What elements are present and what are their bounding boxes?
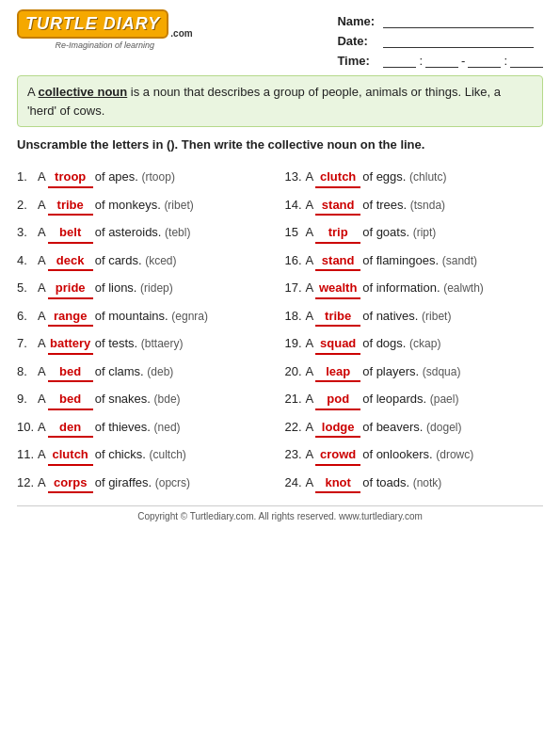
- item-prefix: A: [38, 279, 46, 297]
- list-item: 15A trip of goats. (ript): [285, 218, 544, 247]
- date-label: Date:: [337, 34, 379, 48]
- item-number: 10.: [17, 418, 38, 437]
- answer-field[interactable]: den: [48, 418, 93, 439]
- answer-field[interactable]: knot: [315, 473, 360, 494]
- item-rest: of onlookers. (drowc): [362, 445, 473, 464]
- list-item: 18.A tribe of natives. (ribet): [285, 302, 544, 330]
- item-rest: of monkeys. (ribet): [95, 196, 194, 215]
- item-number: 22.: [285, 418, 306, 437]
- list-item: 5.A pride of lions. (ridep): [17, 274, 276, 302]
- item-prefix: A: [38, 307, 46, 326]
- item-text: A deck of cards. (kced): [38, 251, 176, 272]
- answer-field[interactable]: tribe: [315, 307, 360, 328]
- answer-field[interactable]: pride: [48, 279, 93, 299]
- list-item: 1.A troop of apes. (rtoop): [17, 163, 276, 191]
- answer-field[interactable]: stand: [315, 196, 360, 216]
- scramble-text: (egnra): [171, 310, 208, 323]
- form-fields: Name: Date: Time: : - :: [337, 13, 543, 68]
- answer-field[interactable]: battery: [48, 334, 93, 355]
- logo-area: TURTLE DIARY .com Re-Imagination of lear…: [17, 9, 193, 50]
- scramble-text: (ned): [154, 421, 181, 434]
- item-prefix: A: [306, 362, 314, 381]
- list-item: 23.A crowd of onlookers. (drowc): [285, 441, 544, 469]
- answer-field[interactable]: tribe: [48, 196, 93, 216]
- item-text: A belt of asteroids. (tebl): [38, 223, 190, 244]
- answer-field[interactable]: belt: [48, 223, 93, 244]
- answer-field[interactable]: stand: [315, 251, 360, 272]
- item-rest: of players. (sdqua): [362, 362, 460, 381]
- list-item: 21.A pod of leopards. (pael): [285, 385, 544, 413]
- item-text: A leap of players. (sdqua): [306, 362, 461, 383]
- item-rest: of lions. (ridep): [95, 279, 173, 297]
- item-rest: of flamingoes. (sandt): [362, 251, 477, 270]
- name-line[interactable]: [383, 13, 534, 28]
- answer-field[interactable]: clutch: [48, 445, 93, 466]
- answer-field[interactable]: lodge: [315, 418, 360, 439]
- item-text: A bed of clams. (deb): [38, 362, 173, 383]
- item-number: 3.: [17, 223, 38, 242]
- item-number: 13.: [285, 168, 306, 186]
- answer-field[interactable]: bed: [48, 390, 93, 410]
- answer-field[interactable]: pod: [315, 390, 360, 410]
- answer-field[interactable]: range: [48, 307, 93, 328]
- item-prefix: A: [306, 307, 314, 326]
- item-text: A corps of giraffes. (opcrs): [38, 473, 190, 494]
- item-prefix: A: [38, 473, 46, 492]
- item-text: A clutch of chicks. (cultch): [38, 445, 186, 466]
- answer-field[interactable]: trip: [315, 223, 360, 244]
- scramble-text: (rtoop): [142, 170, 175, 184]
- answer-field[interactable]: wealth: [315, 279, 360, 299]
- item-prefix: A: [306, 279, 314, 297]
- item-number: 2.: [17, 196, 38, 215]
- time-m2[interactable]: [510, 53, 543, 68]
- scramble-text: (cultch): [149, 448, 185, 461]
- list-item: 10.A den of thieves. (ned): [17, 413, 276, 441]
- worksheet-grid: 1.A troop of apes. (rtoop)2.A tribe of m…: [17, 163, 543, 496]
- date-line[interactable]: [383, 33, 534, 48]
- item-text: A stand of flamingoes. (sandt): [306, 251, 478, 272]
- header: TURTLE DIARY .com Re-Imagination of lear…: [17, 9, 543, 68]
- item-text: A range of mountains. (egnra): [38, 307, 208, 328]
- instructions: Unscramble the letters in (). Then write…: [17, 136, 543, 153]
- answer-field[interactable]: deck: [48, 251, 93, 272]
- item-rest: of dogs. (ckap): [362, 334, 440, 353]
- answer-field[interactable]: troop: [48, 168, 93, 188]
- item-number: 12.: [17, 473, 38, 492]
- item-rest: of eggs. (chlutc): [362, 168, 446, 186]
- item-number: 7.: [17, 334, 38, 353]
- item-rest: of trees. (tsnda): [362, 196, 445, 215]
- item-prefix: A: [38, 334, 46, 353]
- item-rest: of giraffes. (opcrs): [95, 473, 190, 492]
- item-prefix: A: [306, 251, 314, 270]
- item-rest: of beavers. (dogel): [362, 418, 461, 437]
- item-rest: of tests. (bttaery): [95, 334, 184, 353]
- answer-field[interactable]: clutch: [315, 168, 360, 188]
- footer: Copyright © Turtlediary.com. All rights …: [17, 505, 543, 521]
- scramble-text: (deb): [147, 365, 173, 378]
- scramble-text: (opcrs): [155, 476, 190, 489]
- answer-field[interactable]: corps: [48, 473, 93, 494]
- scramble-text: (tebl): [165, 226, 190, 239]
- definition-box: A collective noun is a noun that describ…: [17, 75, 543, 127]
- time-row: Time: : - :: [337, 53, 543, 68]
- item-text: A pod of leopards. (pael): [306, 390, 459, 410]
- answer-field[interactable]: crowd: [315, 445, 360, 466]
- logo-box: TURTLE DIARY: [17, 9, 168, 39]
- answer-field[interactable]: leap: [315, 362, 360, 383]
- answer-field[interactable]: bed: [48, 362, 93, 383]
- time-h2[interactable]: [468, 53, 501, 68]
- list-item: 4.A deck of cards. (kced): [17, 247, 276, 275]
- list-item: 13.A clutch of eggs. (chlutc): [285, 163, 544, 191]
- time-h1[interactable]: [383, 53, 416, 68]
- list-item: 14.A stand of trees. (tsnda): [285, 191, 544, 219]
- item-rest: of snakes. (bde): [95, 390, 181, 409]
- time-m1[interactable]: [425, 53, 458, 68]
- answer-field[interactable]: squad: [315, 334, 360, 355]
- item-prefix: A: [306, 223, 314, 242]
- time-fields: : - :: [383, 53, 543, 68]
- item-number: 17.: [285, 279, 306, 297]
- list-item: 12.A corps of giraffes. (opcrs): [17, 469, 276, 497]
- item-text: A tribe of monkeys. (ribet): [38, 196, 194, 216]
- scramble-text: (notk): [413, 476, 442, 489]
- item-number: 20.: [285, 362, 306, 381]
